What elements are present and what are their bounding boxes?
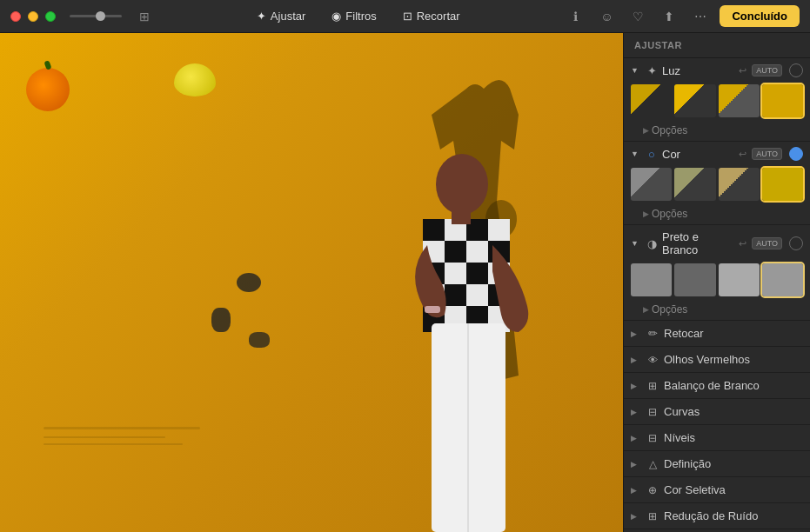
cor-thumb-4[interactable] [762,168,803,201]
luz-thumb-2[interactable] [674,84,715,117]
cor-thumb-2[interactable] [674,168,715,201]
balanco-branco-chevron-icon: ▶ [631,382,641,390]
crop-label: Recortar [417,10,460,23]
cor-icon: ○ [645,148,659,161]
tool-niveis[interactable]: ▶ ⊟ Níveis [624,425,810,451]
cor-thumbnails [624,166,810,206]
luz-opcoes[interactable]: ▶ Opções [624,123,810,141]
section-luz-header[interactable]: ▼ ✦ Luz ↩ AUTO [624,58,810,83]
cor-opcoes[interactable]: ▶ Opções [624,206,810,224]
person-figure [327,45,571,532]
reducao-ruido-icon: ⊞ [645,510,660,522]
niveis-chevron-icon: ▶ [631,434,641,442]
luz-thumb-4[interactable] [762,84,803,117]
emoji-button[interactable]: ☺ [594,4,619,29]
done-button[interactable]: Concluído [720,5,800,27]
info-button[interactable]: ℹ [563,4,587,29]
reducao-ruido-label: Redução de Ruído [664,509,803,522]
luz-icon: ✦ [645,64,659,77]
titlebar: ⊞ ✦ Ajustar ◉ Filtros ⊡ Recortar ℹ ☺ ♡ ⬆… [0,0,810,33]
definicao-label: Definição [664,457,803,470]
cor-toggle[interactable] [789,147,803,161]
svg-rect-14 [466,263,488,284]
share-button[interactable]: ⬆ [657,4,681,29]
section-cor-header[interactable]: ▼ ○ Cor ↩ AUTO [624,142,810,166]
section-cor: ▼ ○ Cor ↩ AUTO ▶ Opções [624,142,810,225]
cor-title: Cor [662,148,735,161]
crop-icon: ⊡ [403,10,412,23]
section-preto-branco: ▼ ◑ Preto e Branco ↩ AUTO ▶ Opções [624,225,810,321]
preto-branco-chevron-icon: ▼ [631,239,641,248]
tool-balanco-branco[interactable]: ▶ ⊞ Balanço de Branco [624,373,810,399]
tool-definicao[interactable]: ▶ △ Definição [624,451,810,477]
definicao-icon: △ [645,458,660,470]
ball-2 [211,308,231,332]
filters-button[interactable]: ◉ Filtros [319,5,388,27]
balanco-branco-label: Balanço de Branco [664,379,803,392]
tool-olhos-vermelhos[interactable]: ▶ 👁 Olhos Vermelhos [624,347,810,373]
preto-branco-opcoes[interactable]: ▶ Opções [624,302,810,320]
tool-reducao-ruido[interactable]: ▶ ⊞ Redução de Ruído [624,503,810,529]
olhos-vermelhos-chevron-icon: ▶ [631,356,641,364]
preto-branco-thumb-3[interactable] [719,263,760,296]
more-button[interactable]: ⋯ [688,4,713,29]
cor-seletiva-icon: ⊕ [645,484,660,496]
sidebar: AJUSTAR ▼ ✦ Luz ↩ AUTO ▶ Opções [623,33,810,532]
preto-branco-toggle[interactable] [789,236,803,250]
tool-cor-seletiva[interactable]: ▶ ⊕ Cor Seletiva [624,477,810,503]
minimize-button[interactable] [28,11,38,22]
section-luz: ▼ ✦ Luz ↩ AUTO ▶ Opções [624,58,810,142]
grid-view-button[interactable]: ⊞ [136,8,153,25]
preto-branco-thumb-1[interactable] [631,263,672,296]
tool-curvas[interactable]: ▶ ⊟ Curvas [624,399,810,425]
svg-rect-9 [445,241,466,263]
svg-rect-18 [466,284,488,306]
preto-branco-thumb-2[interactable] [674,263,715,296]
olhos-vermelhos-icon: 👁 [645,355,660,365]
adjust-button[interactable]: ✦ Ajustar [244,5,318,27]
cor-thumb-3[interactable] [719,168,760,201]
luz-thumb-1[interactable] [631,84,672,117]
luz-toggle[interactable] [789,63,803,77]
tool-retocar[interactable]: ▶ ✏ Retocar [624,321,810,347]
preto-branco-thumbnails [624,262,810,302]
crop-button[interactable]: ⊡ Recortar [391,5,472,27]
photo-area[interactable] [0,33,623,532]
preto-branco-thumb-4[interactable] [762,263,803,296]
heart-button[interactable]: ♡ [626,4,650,29]
brightness-slider[interactable] [70,15,122,17]
cor-thumb-1[interactable] [631,168,672,201]
niveis-label: Níveis [664,431,803,444]
cor-opcoes-label: Opções [652,208,687,220]
retocar-chevron-icon: ▶ [631,329,641,338]
svg-rect-4 [423,219,445,241]
preto-branco-title: Preto e Branco [662,230,735,256]
adjust-icon: ✦ [257,10,266,23]
luz-reset-icon[interactable]: ↩ [739,65,746,76]
preto-branco-icon: ◑ [645,237,659,250]
svg-rect-17 [445,284,466,306]
close-button[interactable] [10,11,21,22]
cor-auto-badge[interactable]: AUTO [752,148,782,160]
niveis-icon: ⊟ [645,432,660,444]
section-preto-branco-header[interactable]: ▼ ◑ Preto e Branco ↩ AUTO [624,225,810,262]
cor-reset-icon[interactable]: ↩ [739,149,746,160]
fruit-orange [26,68,70,111]
retocar-label: Retocar [664,327,803,340]
svg-rect-28 [425,306,440,313]
maximize-button[interactable] [45,11,56,22]
luz-title: Luz [662,64,735,77]
retocar-icon: ✏ [645,327,660,340]
preto-branco-reset-icon[interactable]: ↩ [739,238,746,249]
luz-thumb-3[interactable] [719,84,760,117]
preto-branco-auto-badge[interactable]: AUTO [752,237,782,249]
definicao-chevron-icon: ▶ [631,460,641,469]
cor-seletiva-chevron-icon: ▶ [631,486,641,495]
svg-rect-7 [488,219,510,241]
svg-rect-13 [445,263,466,284]
luz-opcoes-label: Opções [652,124,687,136]
sidebar-header: AJUSTAR [624,33,810,58]
luz-auto-badge[interactable]: AUTO [752,64,782,76]
luz-opcoes-chevron-icon: ▶ [643,126,649,135]
svg-rect-25 [452,209,471,224]
